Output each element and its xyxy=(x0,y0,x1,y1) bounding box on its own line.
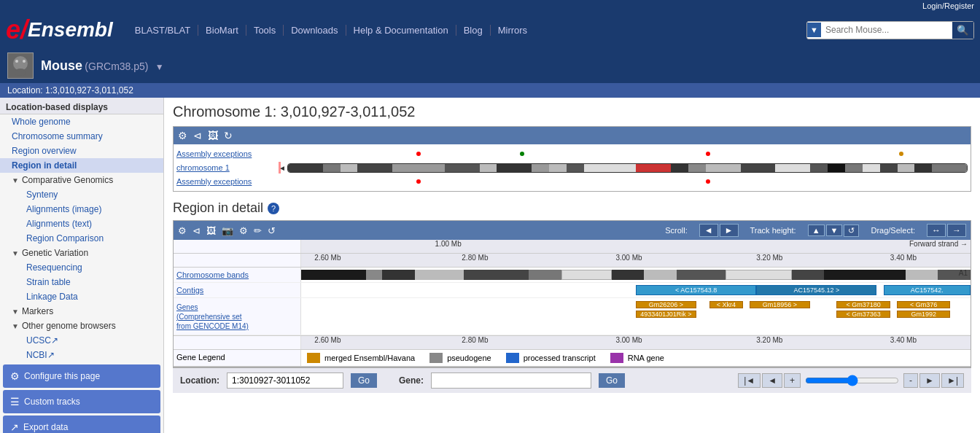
location-input[interactable] xyxy=(227,372,343,389)
chrom-config-icon[interactable]: ⚙ xyxy=(178,130,187,141)
region-toolbar: ⚙ ⊲ 🖼 📷 ⚙ ✏ ↺ Scroll: ◄ ► Track height: … xyxy=(174,221,971,240)
region-share-icon[interactable]: ⊲ xyxy=(192,225,201,236)
region-refresh-icon[interactable]: ↺ xyxy=(268,225,276,236)
bd-light-4 xyxy=(906,270,938,280)
track-height-up-btn[interactable]: ▲ xyxy=(808,225,825,236)
sidebar-item-ucsc[interactable]: UCSC↗ xyxy=(15,333,163,348)
gene-xkr4[interactable]: < Xkr4 xyxy=(709,301,743,308)
search-area: ▼ 🔍 xyxy=(806,21,974,39)
nav-zoom-out-btn[interactable]: - xyxy=(903,373,918,388)
nav-blog[interactable]: Blog xyxy=(456,25,491,36)
gene-gm37180[interactable]: < Gm37180 xyxy=(836,301,890,308)
sidebar-group-other-browsers-title[interactable]: ▼ Other genome browsers xyxy=(6,319,163,333)
contig-1[interactable]: < AC157543.8 xyxy=(636,285,756,295)
genetic-var-children: Resequencing Strain table Linkage Data xyxy=(6,260,163,304)
location-go-button[interactable]: Go xyxy=(351,373,377,388)
chrom-refresh-icon[interactable]: ↻ xyxy=(224,130,233,141)
gene-go-button[interactable]: Go xyxy=(599,373,625,388)
bd-dark-7 xyxy=(824,270,905,280)
sidebar-section-title: Location-based displays xyxy=(0,98,163,114)
region-snapshot-icon[interactable]: 📷 xyxy=(222,225,233,236)
bd-light-1 xyxy=(415,270,464,280)
assembly-exceptions-top-label[interactable]: Assembly exceptions xyxy=(176,149,279,158)
scroll-right-btn[interactable]: ► xyxy=(720,224,739,237)
bd-white-1 xyxy=(726,270,792,280)
logo-text: Ensembl xyxy=(28,18,113,42)
bd-dark-6 xyxy=(792,270,825,280)
export-data-button[interactable]: ↗ Export data xyxy=(3,416,160,433)
scroll-buttons: ◄ ► xyxy=(699,224,739,237)
sidebar-item-region-detail[interactable]: Region in detail xyxy=(0,158,163,173)
track-height-down-btn[interactable]: ▼ xyxy=(826,225,843,236)
sidebar-item-chrom-summary[interactable]: Chromosome summary xyxy=(0,129,163,144)
drag-right-btn[interactable]: → xyxy=(947,224,966,237)
sidebar-item-synteny[interactable]: Synteny xyxy=(15,187,163,202)
sidebar-item-align-image[interactable]: Alignments (image) xyxy=(15,202,163,216)
scroll-left-btn[interactable]: ◄ xyxy=(699,224,718,237)
search-dropdown-btn[interactable]: ▼ xyxy=(807,23,821,37)
sidebar-item-linkage-data[interactable]: Linkage Data xyxy=(15,289,163,304)
nav-blast[interactable]: BLAST/BLAT xyxy=(128,25,198,36)
sidebar-item-strain-table[interactable]: Strain table xyxy=(15,275,163,289)
sidebar-item-align-text[interactable]: Alignments (text) xyxy=(15,216,163,231)
gene-gm37363[interactable]: < Gm37363 xyxy=(836,311,890,318)
region-settings-icon[interactable]: ⚙ xyxy=(239,225,248,236)
configure-page-button[interactable]: ⚙ Configure this page xyxy=(3,364,160,388)
track-height-reset-btn[interactable]: ↺ xyxy=(844,225,859,237)
organism-dropdown-icon[interactable]: ▼ xyxy=(155,62,164,72)
nav-tools[interactable]: Tools xyxy=(246,25,284,36)
region-image-icon[interactable]: 🖼 xyxy=(206,225,216,236)
sidebar-item-region-overview[interactable]: Region overview xyxy=(0,144,163,158)
nav-downloads[interactable]: Downloads xyxy=(284,25,346,36)
search-submit-btn[interactable]: 🔍 xyxy=(952,22,973,39)
chromosome-label[interactable]: chromosome 1 xyxy=(176,163,279,172)
contigs-label[interactable]: Contigs xyxy=(174,283,301,297)
custom-tracks-button[interactable]: ☰ Custom tracks xyxy=(3,390,160,413)
gene-input[interactable] xyxy=(431,372,591,389)
sidebar-item-resequencing[interactable]: Resequencing xyxy=(15,260,163,275)
sidebar-group-comp-genomics-title[interactable]: ▼ Comparative Genomics xyxy=(6,173,163,187)
nav-help[interactable]: Help & Documentation xyxy=(346,25,456,36)
sidebar-item-whole-genome[interactable]: Whole genome xyxy=(0,114,163,129)
region-mark-icon[interactable]: ✏ xyxy=(254,225,262,236)
sidebar-group-markers-title[interactable]: ▼ Markers xyxy=(6,304,163,319)
region-config-icon[interactable]: ⚙ xyxy=(178,225,187,236)
contig-2[interactable]: AC157545.12 > xyxy=(756,285,876,295)
nav-biomart[interactable]: BioMart xyxy=(198,25,246,36)
bands-track-display xyxy=(301,268,971,282)
region-help-icon[interactable]: ? xyxy=(268,203,279,214)
gene-gm376[interactable]: < Gm376 xyxy=(897,301,950,308)
content-area: Chromosome 1: 3,010,927-3,011,052 ⚙ ⊲ 🖼 … xyxy=(164,98,980,433)
nav-mirrors[interactable]: Mirrors xyxy=(491,25,534,36)
nav-first-btn[interactable]: |◄ xyxy=(738,373,761,388)
assembly-exceptions-bottom-track xyxy=(279,176,968,187)
sidebar-item-region-comp[interactable]: Region Comparison xyxy=(15,231,163,246)
contig-3[interactable]: AC157542. xyxy=(884,285,971,295)
gene-label: Gene: xyxy=(399,375,424,386)
nav-next-btn[interactable]: ► xyxy=(919,373,940,388)
exception-dot-red-2 xyxy=(706,152,710,156)
band-c5 xyxy=(567,164,584,172)
login-register-link[interactable]: Login/Register xyxy=(922,1,974,10)
exception-dot-green-1 xyxy=(520,152,524,156)
assembly-exceptions-bottom-label[interactable]: Assembly exceptions xyxy=(176,177,279,186)
chrom-bands-label[interactable]: Chromosome bands xyxy=(174,268,301,282)
chrom-image-icon[interactable]: 🖼 xyxy=(208,130,218,141)
genes-label[interactable]: Genes(Comprehensive setfrom GENCODE M14) xyxy=(174,298,301,335)
nav-prev-btn[interactable]: ◄ xyxy=(762,373,782,388)
sidebar-group-other-browsers: ▼ Other genome browsers UCSC↗ NCBI↗ xyxy=(0,319,163,362)
sidebar-group-genetic-var-title[interactable]: ▼ Genetic Variation xyxy=(6,246,163,260)
gene-gm1992[interactable]: Gm1992 xyxy=(897,311,950,318)
drag-left-btn[interactable]: ↔ xyxy=(927,224,946,237)
nav-zoom-in-btn[interactable]: + xyxy=(784,373,801,388)
nav-last-btn[interactable]: ►| xyxy=(941,373,964,388)
gene-gm26206[interactable]: Gm26206 > xyxy=(636,301,696,308)
sidebar-item-ncbi[interactable]: NCBI↗ xyxy=(15,348,163,362)
gene-gm18956[interactable]: Gm18956 > xyxy=(750,301,810,308)
bd-med-1 xyxy=(366,270,382,280)
bd-light-2 xyxy=(561,270,612,280)
gene-4933401j01rik[interactable]: 4933401J01Rik > xyxy=(636,311,696,318)
chrom-share-icon[interactable]: ⊲ xyxy=(193,130,202,141)
search-input[interactable] xyxy=(821,22,952,38)
nav-zoom-slider[interactable] xyxy=(805,375,899,386)
